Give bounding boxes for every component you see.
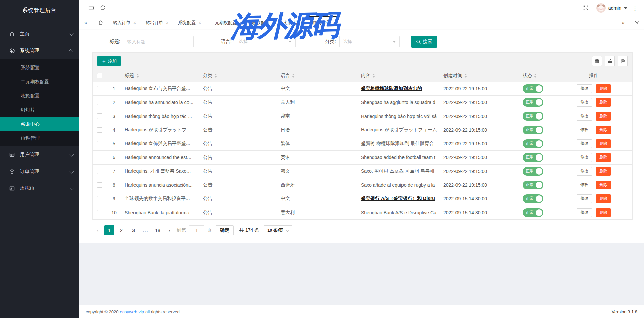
close-icon[interactable]: × — [166, 20, 168, 25]
row-checkbox[interactable] — [97, 196, 102, 201]
sort-icon[interactable] — [136, 74, 139, 78]
page-18-button[interactable]: 18 — [153, 225, 163, 235]
sidebar-item-system[interactable]: 系统管理 — [0, 42, 79, 59]
fullscreen-icon[interactable] — [580, 2, 592, 14]
submenu-item-system-config[interactable]: 系统配置 — [0, 60, 79, 75]
delete-button[interactable]: 删除 — [596, 181, 611, 189]
submenu-item-help-center[interactable]: 帮助中心 — [0, 117, 79, 131]
page-1-button[interactable]: 1 — [104, 225, 114, 235]
delete-button[interactable]: 删除 — [596, 84, 611, 93]
category-filter-select[interactable]: 选择 — [339, 36, 400, 47]
row-checkbox[interactable] — [97, 86, 102, 91]
sidebar-item-orders[interactable]: 订单管理 — [0, 163, 79, 180]
user-menu[interactable]: admin — [596, 3, 627, 13]
sort-icon[interactable] — [534, 74, 537, 78]
close-icon[interactable]: × — [301, 20, 303, 25]
columns-filter-icon[interactable] — [592, 56, 602, 66]
row-checkbox[interactable] — [97, 127, 102, 133]
row-checkbox[interactable] — [97, 113, 102, 119]
status-toggle[interactable]: 正常 — [523, 112, 543, 121]
tab-binary-options[interactable]: 二元期权配置× — [206, 16, 247, 29]
close-icon[interactable]: × — [133, 20, 136, 25]
edit-button[interactable]: 修改 — [577, 181, 592, 189]
close-icon[interactable]: × — [240, 20, 242, 25]
tab-transfer-in[interactable]: 转入订单× — [108, 16, 141, 29]
sidebar-item-users[interactable]: 用户管理 — [0, 146, 79, 163]
column-header-title[interactable]: 标题 — [121, 70, 200, 82]
sidebar-item-home[interactable]: 主页 — [0, 26, 79, 42]
tab-payment-config[interactable]: 收款配置× — [247, 16, 280, 29]
status-toggle[interactable]: 正常 — [523, 139, 543, 148]
sort-icon[interactable] — [292, 74, 295, 78]
page-3-button[interactable]: 3 — [128, 225, 139, 235]
language-filter-select[interactable]: 选择 — [235, 36, 296, 47]
close-icon[interactable]: × — [333, 20, 335, 25]
row-checkbox[interactable] — [97, 169, 102, 174]
select-all-checkbox[interactable] — [97, 73, 102, 78]
column-header-status[interactable]: 状态 — [519, 70, 555, 82]
delete-button[interactable]: 删除 — [596, 153, 611, 162]
delete-button[interactable]: 删除 — [596, 139, 611, 148]
delete-button[interactable]: 删除 — [596, 167, 611, 176]
status-toggle[interactable]: 正常 — [523, 126, 543, 134]
column-header-content[interactable]: 内容 — [358, 70, 440, 82]
sort-icon[interactable] — [372, 74, 375, 78]
sidebar-item-crypto[interactable]: 虚拟币 — [0, 180, 79, 197]
sort-icon[interactable] — [464, 74, 467, 78]
row-checkbox[interactable] — [97, 182, 102, 188]
delete-button[interactable]: 删除 — [596, 208, 611, 217]
row-checkbox[interactable] — [97, 210, 102, 215]
edit-button[interactable]: 修改 — [577, 126, 592, 134]
tabs-dropdown[interactable] — [630, 16, 644, 29]
easyweb-link[interactable]: easyweb.vip — [120, 309, 144, 314]
close-icon[interactable]: × — [199, 20, 201, 25]
edit-button[interactable]: 修改 — [577, 84, 592, 93]
edit-button[interactable]: 修改 — [577, 167, 592, 176]
row-checkbox[interactable] — [97, 155, 102, 160]
tab-home[interactable] — [93, 16, 108, 29]
row-checkbox[interactable] — [97, 141, 102, 146]
status-toggle[interactable]: 正常 — [523, 181, 543, 189]
edit-button[interactable]: 修改 — [577, 153, 592, 162]
delete-button[interactable]: 删除 — [596, 98, 611, 107]
delete-button[interactable]: 删除 — [596, 112, 611, 121]
delete-button[interactable]: 删除 — [596, 126, 611, 134]
status-toggle[interactable]: 正常 — [523, 208, 543, 217]
more-menu-icon[interactable]: ⋮ — [632, 4, 638, 11]
prev-page-button[interactable]: ‹ — [93, 225, 102, 235]
tabs-scroll-left[interactable]: « — [79, 16, 93, 29]
title-filter-input[interactable] — [124, 36, 194, 47]
status-toggle[interactable]: 正常 — [523, 153, 543, 162]
column-header-category[interactable]: 分类 — [200, 70, 277, 82]
submenu-item-binary-options[interactable]: 二元期权配置 — [0, 75, 79, 89]
submenu-item-slides[interactable]: 幻灯片 — [0, 103, 79, 117]
submenu-item-currency[interactable]: 币种管理 — [0, 131, 79, 145]
sort-icon[interactable] — [214, 74, 217, 78]
refresh-icon[interactable] — [97, 2, 108, 14]
print-icon[interactable] — [618, 56, 628, 66]
tabs-scroll-right[interactable]: » — [616, 16, 630, 29]
page-size-select[interactable]: 10 条/页 — [264, 225, 292, 235]
column-header-language[interactable]: 语言 — [277, 70, 358, 82]
delete-button[interactable]: 删除 — [596, 194, 611, 203]
status-toggle[interactable]: 正常 — [523, 194, 543, 203]
edit-button[interactable]: 修改 — [577, 112, 592, 121]
row-checkbox[interactable] — [97, 100, 102, 105]
page-2-button[interactable]: 2 — [116, 225, 126, 235]
column-header-created[interactable]: 创建时间 — [440, 70, 519, 82]
export-icon[interactable] — [605, 56, 615, 66]
add-button[interactable]: ＋添加 — [97, 56, 121, 66]
collapse-sidebar-icon[interactable] — [86, 2, 97, 14]
status-toggle[interactable]: 正常 — [523, 167, 543, 176]
close-icon[interactable]: × — [272, 20, 275, 25]
search-button[interactable]: 搜索 — [411, 36, 437, 48]
tab-transfer-out[interactable]: 转出订单× — [141, 16, 173, 29]
edit-button[interactable]: 修改 — [577, 194, 592, 203]
status-toggle[interactable]: 正常 — [523, 84, 543, 93]
tab-system-config[interactable]: 系统配置× — [173, 16, 206, 29]
edit-button[interactable]: 修改 — [577, 98, 592, 107]
status-toggle[interactable]: 正常 — [523, 98, 543, 107]
submenu-item-payment-config[interactable]: 收款配置 — [0, 89, 79, 103]
edit-button[interactable]: 修改 — [577, 139, 592, 148]
tab-slides[interactable]: 幻灯片× — [280, 16, 308, 29]
